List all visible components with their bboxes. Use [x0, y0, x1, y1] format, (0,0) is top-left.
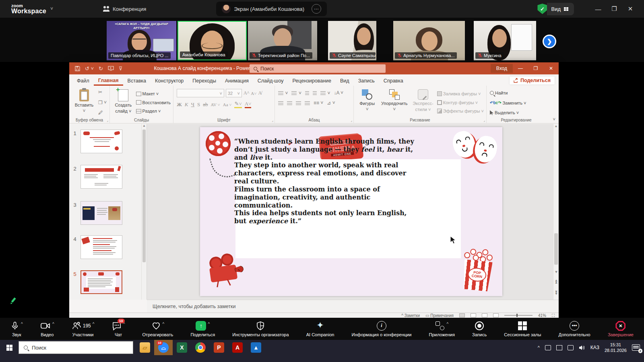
restore-button[interactable]: ❐ [606, 5, 622, 12]
tab-meeting[interactable]: Конференция [97, 4, 152, 14]
tab-transitions[interactable]: Переходы [188, 76, 221, 86]
annotation-pencil-icon[interactable] [8, 296, 19, 306]
format-painter-icon[interactable]: 🖉 [98, 110, 107, 115]
close-button[interactable]: ✕ [622, 5, 638, 12]
shapes-button[interactable]: Фигуры˅ [357, 88, 377, 117]
shape-fill-button[interactable]: Заливка фигуры ˅ [437, 90, 481, 98]
toolbar-host-tools[interactable]: Инструменты организатора [232, 321, 289, 337]
quick-styles-button[interactable]: Экспресс- стили ˅ [411, 88, 435, 117]
share-presentation-button[interactable]: Поделиться [510, 76, 555, 84]
change-case-button[interactable]: Aa ˅ [223, 102, 232, 107]
chevron-up-icon[interactable]: ^ [163, 322, 165, 326]
replace-button[interactable]: ↶bc↷Заменить ˅ [490, 99, 543, 107]
ppt-restore-button[interactable]: ❐ [528, 62, 543, 74]
slide-canvas[interactable]: ✓ ADMIT ONE CINEMA ADMIT ONE “When stude… [200, 127, 502, 296]
chevron-up-icon[interactable]: ^ [52, 322, 54, 326]
comments-toggle[interactable]: ▭ Примечания [425, 313, 454, 318]
slideshow-view-icon[interactable] [493, 313, 499, 317]
tab-view[interactable]: Вид [336, 76, 354, 86]
tray-device-icon[interactable] [545, 345, 551, 350]
arrange-button[interactable]: Упорядочить˅ [380, 88, 409, 117]
next-participants-button[interactable]: ❯ [543, 35, 556, 48]
bold-button[interactable]: Ж [177, 101, 182, 108]
toolbar-end-meeting[interactable]: ✕ Завершение [608, 321, 634, 337]
dialog-launcher-icon[interactable]: ⌟ [272, 119, 273, 122]
scroll-up-icon[interactable]: ▲ [142, 124, 146, 128]
copy-icon[interactable]: ❐ ˅ [98, 100, 107, 105]
slide-thumbnail-5-selected[interactable] [80, 270, 122, 294]
chevron-up-icon[interactable]: ^ [93, 322, 95, 326]
font-name-combo[interactable]: ˅ [177, 89, 224, 97]
toolbar-video[interactable]: ^ Видео [40, 321, 54, 337]
chevron-up-icon[interactable]: ^ [446, 322, 448, 326]
tray-chevron-icon[interactable]: ^ [538, 345, 540, 350]
grow-font-icon[interactable]: A^ [244, 90, 249, 96]
toolbar-participants[interactable]: 195 ^ Участники [72, 321, 95, 337]
taskbar-clock[interactable]: 15:31 28.01.2026 [605, 342, 627, 354]
text-direction-icon[interactable]: ↓A ˅ [334, 90, 343, 95]
font-size-combo[interactable]: 32˅ [226, 89, 242, 97]
scroll-down-icon[interactable]: ▼ [553, 271, 559, 273]
toolbar-ai-companion[interactable]: ✦ AI Companion [306, 321, 334, 337]
slide-thumbnail-2[interactable] [80, 165, 122, 189]
chrome-icon[interactable] [191, 340, 210, 355]
font-color-button[interactable]: А˅ [245, 101, 252, 108]
language-indicator[interactable]: КАЗ [590, 345, 599, 350]
dialog-launcher-icon[interactable]: ⌟ [351, 119, 352, 122]
shape-effects-button[interactable]: Эффекты фигуры ˅ [437, 107, 484, 115]
video-tile-2-active[interactable]: Аманбиби Кошанова [178, 21, 247, 60]
notes-pane[interactable]: Щелкните, чтобы добавить заметки [147, 300, 559, 313]
tray-display-icon[interactable] [568, 345, 574, 350]
new-slide-button[interactable]: Создать слайд ˅ [113, 88, 134, 117]
tab-help[interactable]: Справка [379, 76, 408, 86]
tab-design[interactable]: Конструктор [151, 76, 188, 86]
scroll-thumb[interactable] [554, 233, 558, 265]
zoom-slider[interactable] [504, 315, 533, 316]
toolbar-meeting-info[interactable]: i Информация о конференции [352, 321, 412, 337]
clear-format-icon[interactable]: A̸ [258, 90, 262, 96]
chevron-up-icon[interactable]: ^ [21, 322, 23, 326]
tab-insert[interactable]: Вставка [123, 76, 151, 86]
char-spacing-button[interactable]: AV ˅ [211, 102, 220, 107]
reset-button[interactable]: Восстановить [136, 99, 171, 107]
outdent-icon[interactable] [305, 91, 309, 95]
collapse-ribbon-icon[interactable]: ˅ [553, 117, 555, 121]
tab-screen-share[interactable]: Экран (Аманбиби Кошанова) ··· [216, 2, 327, 16]
undo-icon[interactable]: ↺ ˅ [85, 66, 94, 72]
tab-animations[interactable]: Анимация [221, 76, 253, 86]
line-spacing-icon[interactable]: ˅ [320, 89, 330, 97]
slide-quote-text[interactable]: “When students learn English through fil… [234, 138, 416, 225]
indent-icon[interactable] [313, 91, 317, 95]
ppt-search-box[interactable]: Поиск [250, 64, 386, 73]
toolbar-record[interactable]: Запись [472, 321, 487, 337]
tab-file[interactable]: Файл [72, 76, 94, 86]
tab-record[interactable]: Запись [354, 76, 379, 86]
shrink-font-icon[interactable]: A˅ [251, 91, 256, 96]
chevron-up-icon[interactable]: ^ [208, 322, 210, 326]
italic-button[interactable]: К [185, 101, 188, 108]
panel-scrollbar[interactable]: ▲ [141, 124, 147, 300]
customize-qat-icon[interactable]: ⊽ [119, 66, 123, 72]
slideshow-icon[interactable] [108, 66, 114, 71]
columns-icon[interactable]: ≡≡ ˅ [314, 101, 323, 105]
previous-slide-button[interactable]: ▲▲ [553, 280, 559, 284]
photos-icon[interactable]: ▲ [247, 340, 265, 355]
reading-view-icon[interactable] [482, 313, 487, 317]
align-right-icon[interactable] [296, 101, 301, 105]
toolbar-apps[interactable]: ^ Приложения [429, 321, 455, 337]
slide-thumbnail-1[interactable] [80, 130, 122, 153]
excel-icon[interactable]: X [173, 340, 191, 355]
toolbar-react[interactable]: ^ Отреагировать [142, 321, 173, 337]
underline-button[interactable]: Ч [191, 101, 194, 108]
align-center-icon[interactable] [287, 101, 292, 105]
strikethrough-button[interactable]: ab [203, 101, 208, 108]
text-shadow-button[interactable]: S [197, 101, 200, 108]
select-button[interactable]: Выделить ˅ [490, 109, 543, 117]
scroll-up-icon[interactable]: ▲ [555, 124, 558, 128]
fit-slide-icon[interactable]: ⛶ [552, 313, 555, 318]
toolbar-audio[interactable]: ^ Звук [10, 321, 23, 337]
bullets-icon[interactable]: ˅ [278, 89, 288, 97]
slide-thumbnail-4[interactable] [80, 235, 122, 259]
zoom-app-icon[interactable]: ⌓ 10 [154, 340, 173, 355]
normal-view-icon[interactable] [459, 313, 465, 317]
